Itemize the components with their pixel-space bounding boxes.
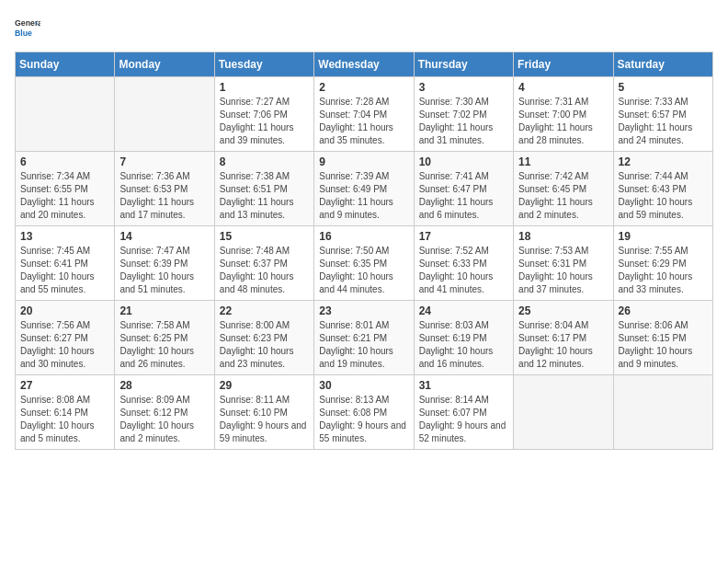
- day-info: Sunrise: 7:47 AMSunset: 6:39 PMDaylight:…: [119, 245, 209, 296]
- day-number: 29: [220, 379, 309, 392]
- day-number: 16: [319, 230, 408, 243]
- day-cell: 30Sunrise: 8:13 AMSunset: 6:08 PMDayligh…: [314, 375, 414, 450]
- col-header-friday: Friday: [514, 52, 613, 77]
- day-number: 26: [619, 304, 708, 317]
- day-info: Sunrise: 8:11 AMSunset: 6:10 PMDaylight:…: [220, 394, 309, 445]
- day-number: 8: [220, 155, 309, 168]
- day-info: Sunrise: 8:01 AMSunset: 6:21 PMDaylight:…: [319, 319, 408, 371]
- day-number: 21: [119, 304, 209, 317]
- day-info: Sunrise: 7:58 AMSunset: 6:25 PMDaylight:…: [119, 319, 209, 371]
- day-info: Sunrise: 7:30 AMSunset: 7:02 PMDaylight:…: [419, 96, 508, 147]
- week-row-1: 1Sunrise: 7:27 AMSunset: 7:06 PMDaylight…: [16, 77, 713, 152]
- day-info: Sunrise: 7:33 AMSunset: 6:57 PMDaylight:…: [619, 96, 708, 147]
- week-row-5: 27Sunrise: 8:08 AMSunset: 6:14 PMDayligh…: [16, 375, 713, 450]
- day-info: Sunrise: 8:14 AMSunset: 6:07 PMDaylight:…: [419, 394, 508, 445]
- week-row-4: 20Sunrise: 7:56 AMSunset: 6:27 PMDayligh…: [16, 301, 713, 375]
- day-cell: 10Sunrise: 7:41 AMSunset: 6:47 PMDayligh…: [414, 152, 513, 226]
- day-info: Sunrise: 7:56 AMSunset: 6:27 PMDaylight:…: [20, 319, 109, 371]
- day-cell: [16, 77, 115, 152]
- day-cell: 1Sunrise: 7:27 AMSunset: 7:06 PMDaylight…: [214, 77, 313, 152]
- col-header-wednesday: Wednesday: [314, 52, 414, 77]
- day-info: Sunrise: 8:06 AMSunset: 6:15 PMDaylight:…: [619, 319, 708, 371]
- week-row-2: 6Sunrise: 7:34 AMSunset: 6:55 PMDaylight…: [16, 152, 713, 226]
- day-cell: 3Sunrise: 7:30 AMSunset: 7:02 PMDaylight…: [414, 77, 513, 152]
- day-info: Sunrise: 7:41 AMSunset: 6:47 PMDaylight:…: [419, 170, 508, 222]
- day-cell: 11Sunrise: 7:42 AMSunset: 6:45 PMDayligh…: [514, 152, 613, 226]
- col-header-saturday: Saturday: [613, 52, 712, 77]
- day-info: Sunrise: 7:53 AMSunset: 6:31 PMDaylight:…: [518, 245, 608, 296]
- day-cell: 25Sunrise: 8:04 AMSunset: 6:17 PMDayligh…: [514, 301, 613, 375]
- day-cell: 2Sunrise: 7:28 AMSunset: 7:04 PMDaylight…: [314, 77, 414, 152]
- day-number: 28: [119, 379, 209, 392]
- col-header-thursday: Thursday: [414, 52, 513, 77]
- logo-icon: General Blue: [15, 15, 40, 40]
- page-header: General Blue: [15, 15, 713, 40]
- day-cell: 21Sunrise: 7:58 AMSunset: 6:25 PMDayligh…: [115, 301, 214, 375]
- day-cell: 13Sunrise: 7:45 AMSunset: 6:41 PMDayligh…: [16, 226, 115, 301]
- day-info: Sunrise: 7:38 AMSunset: 6:51 PMDaylight:…: [220, 170, 309, 222]
- day-number: 7: [119, 155, 209, 168]
- day-number: 3: [419, 81, 508, 94]
- day-cell: [613, 375, 712, 450]
- day-cell: 28Sunrise: 8:09 AMSunset: 6:12 PMDayligh…: [115, 375, 214, 450]
- calendar-table: SundayMondayTuesdayWednesdayThursdayFrid…: [15, 52, 713, 450]
- day-cell: 22Sunrise: 8:00 AMSunset: 6:23 PMDayligh…: [214, 301, 313, 375]
- day-number: 23: [319, 304, 408, 317]
- day-cell: [115, 77, 214, 152]
- day-cell: 5Sunrise: 7:33 AMSunset: 6:57 PMDaylight…: [613, 77, 712, 152]
- day-number: 19: [619, 230, 708, 243]
- day-number: 4: [518, 81, 608, 94]
- day-info: Sunrise: 8:03 AMSunset: 6:19 PMDaylight:…: [419, 319, 508, 371]
- day-number: 20: [20, 304, 109, 317]
- day-info: Sunrise: 7:52 AMSunset: 6:33 PMDaylight:…: [419, 245, 508, 296]
- logo: General Blue: [15, 15, 40, 40]
- day-number: 25: [518, 304, 608, 317]
- day-cell: 26Sunrise: 8:06 AMSunset: 6:15 PMDayligh…: [613, 301, 712, 375]
- day-number: 10: [419, 155, 508, 168]
- day-info: Sunrise: 7:50 AMSunset: 6:35 PMDaylight:…: [319, 245, 408, 296]
- day-cell: 23Sunrise: 8:01 AMSunset: 6:21 PMDayligh…: [314, 301, 414, 375]
- day-info: Sunrise: 8:09 AMSunset: 6:12 PMDaylight:…: [119, 394, 209, 445]
- day-info: Sunrise: 7:42 AMSunset: 6:45 PMDaylight:…: [518, 170, 608, 222]
- day-info: Sunrise: 8:13 AMSunset: 6:08 PMDaylight:…: [319, 394, 408, 445]
- week-row-3: 13Sunrise: 7:45 AMSunset: 6:41 PMDayligh…: [16, 226, 713, 301]
- day-cell: 6Sunrise: 7:34 AMSunset: 6:55 PMDaylight…: [16, 152, 115, 226]
- day-cell: 27Sunrise: 8:08 AMSunset: 6:14 PMDayligh…: [16, 375, 115, 450]
- day-cell: 12Sunrise: 7:44 AMSunset: 6:43 PMDayligh…: [613, 152, 712, 226]
- day-number: 30: [319, 379, 408, 392]
- day-number: 12: [619, 155, 708, 168]
- day-number: 9: [319, 155, 408, 168]
- day-info: Sunrise: 7:44 AMSunset: 6:43 PMDaylight:…: [619, 170, 708, 222]
- day-info: Sunrise: 8:00 AMSunset: 6:23 PMDaylight:…: [220, 319, 309, 371]
- day-number: 11: [518, 155, 608, 168]
- header-row: SundayMondayTuesdayWednesdayThursdayFrid…: [16, 52, 713, 77]
- day-cell: 4Sunrise: 7:31 AMSunset: 7:00 PMDaylight…: [514, 77, 613, 152]
- day-cell: 31Sunrise: 8:14 AMSunset: 6:07 PMDayligh…: [414, 375, 513, 450]
- day-info: Sunrise: 7:31 AMSunset: 7:00 PMDaylight:…: [518, 96, 608, 147]
- day-number: 6: [20, 155, 109, 168]
- day-cell: 17Sunrise: 7:52 AMSunset: 6:33 PMDayligh…: [414, 226, 513, 301]
- col-header-tuesday: Tuesday: [214, 52, 313, 77]
- day-number: 2: [319, 81, 408, 94]
- day-cell: 18Sunrise: 7:53 AMSunset: 6:31 PMDayligh…: [514, 226, 613, 301]
- day-cell: 20Sunrise: 7:56 AMSunset: 6:27 PMDayligh…: [16, 301, 115, 375]
- day-cell: 9Sunrise: 7:39 AMSunset: 6:49 PMDaylight…: [314, 152, 414, 226]
- day-info: Sunrise: 7:34 AMSunset: 6:55 PMDaylight:…: [20, 170, 109, 222]
- svg-text:Blue: Blue: [15, 29, 32, 38]
- day-number: 1: [220, 81, 309, 94]
- day-cell: 19Sunrise: 7:55 AMSunset: 6:29 PMDayligh…: [613, 226, 712, 301]
- day-number: 31: [419, 379, 508, 392]
- day-number: 15: [220, 230, 309, 243]
- day-info: Sunrise: 7:48 AMSunset: 6:37 PMDaylight:…: [220, 245, 309, 296]
- day-cell: 16Sunrise: 7:50 AMSunset: 6:35 PMDayligh…: [314, 226, 414, 301]
- day-cell: 8Sunrise: 7:38 AMSunset: 6:51 PMDaylight…: [214, 152, 313, 226]
- day-info: Sunrise: 8:04 AMSunset: 6:17 PMDaylight:…: [518, 319, 608, 371]
- day-info: Sunrise: 8:08 AMSunset: 6:14 PMDaylight:…: [20, 394, 109, 445]
- day-cell: 24Sunrise: 8:03 AMSunset: 6:19 PMDayligh…: [414, 301, 513, 375]
- day-cell: 7Sunrise: 7:36 AMSunset: 6:53 PMDaylight…: [115, 152, 214, 226]
- day-number: 27: [20, 379, 109, 392]
- day-info: Sunrise: 7:27 AMSunset: 7:06 PMDaylight:…: [220, 96, 309, 147]
- day-info: Sunrise: 7:55 AMSunset: 6:29 PMDaylight:…: [619, 245, 708, 296]
- day-info: Sunrise: 7:36 AMSunset: 6:53 PMDaylight:…: [119, 170, 209, 222]
- day-cell: 15Sunrise: 7:48 AMSunset: 6:37 PMDayligh…: [214, 226, 313, 301]
